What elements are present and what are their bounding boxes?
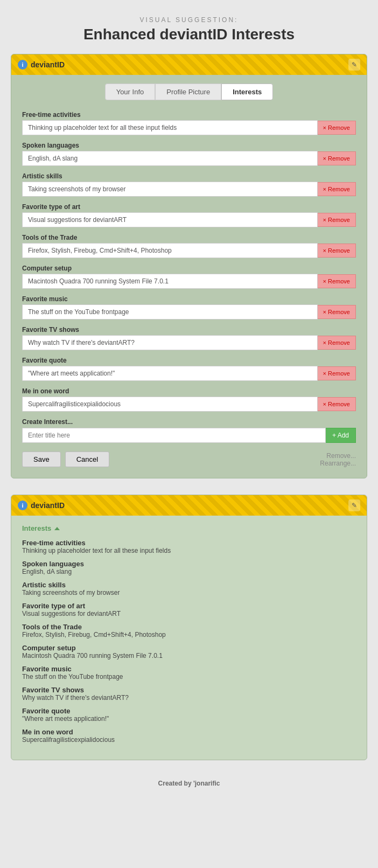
interest-field: Artistic skills × Remove — [22, 172, 356, 197]
interest-input[interactable] — [22, 335, 318, 350]
interest-label: Favorite TV shows — [22, 326, 356, 334]
preview-interest-item: Artistic skills Taking screenshots of my… — [22, 581, 356, 596]
preview-interest-item: Favorite music The stuff on the YouTube … — [22, 665, 356, 680]
remove-link[interactable]: Remove... — [320, 452, 356, 460]
interest-label: Spoken languages — [22, 142, 356, 149]
create-interest-input[interactable] — [22, 428, 326, 443]
remove-button[interactable]: × Remove — [318, 121, 356, 135]
interest-label: Me in one word — [22, 387, 356, 395]
preview-interest-title: Me in one word — [22, 728, 356, 736]
cancel-button[interactable]: Cancel — [65, 452, 109, 467]
create-interest-field: Create Interest... + Add — [22, 418, 356, 443]
widget-title: deviantID — [31, 60, 65, 69]
interest-input-row: × Remove — [22, 366, 356, 381]
interest-label: Computer setup — [22, 265, 356, 272]
widget-footer: Save Cancel Remove... Rearrange... — [22, 452, 356, 467]
interest-field: Favorite TV shows × Remove — [22, 326, 356, 350]
remove-button[interactable]: × Remove — [318, 151, 356, 165]
interest-field: Computer setup × Remove — [22, 265, 356, 289]
interest-input[interactable] — [22, 366, 318, 381]
interest-field: Favorite quote × Remove — [22, 357, 356, 381]
widget-header-left: i deviantID — [18, 60, 65, 70]
interest-input[interactable] — [22, 212, 318, 227]
preview-interest-title: Free-time activities — [22, 539, 356, 547]
remove-button[interactable]: × Remove — [318, 305, 356, 319]
interest-input-row: × Remove — [22, 304, 356, 320]
interest-field: Favorite music × Remove — [22, 295, 356, 320]
preview-interest-item: Free-time activities Thinking up placeho… — [22, 539, 356, 554]
page-subtitle: VISUAL SUGGESTION: — [11, 16, 367, 24]
preview-interest-title: Computer setup — [22, 644, 356, 652]
preview-interests: Free-time activities Thinking up placeho… — [22, 539, 356, 744]
tab-your-info[interactable]: Your Info — [105, 84, 156, 100]
footer-text: Created by — [158, 780, 193, 787]
preview-edit-button[interactable]: ✎ — [348, 499, 360, 511]
preview-interest-item: Tools of the Trade Firefox, Stylish, Fir… — [22, 623, 356, 638]
interest-input-row: × Remove — [22, 151, 356, 166]
preview-interest-value: The stuff on the YouTube frontpage — [22, 673, 356, 680]
interest-input[interactable] — [22, 243, 318, 258]
tab-interests[interactable]: Interests — [221, 84, 273, 100]
preview-interest-value: Taking screenshots of my browser — [22, 589, 356, 596]
interest-input[interactable] — [22, 274, 318, 289]
preview-info-icon: i — [18, 501, 27, 510]
page-footer: Created by 'jonarific — [0, 771, 378, 796]
remove-button[interactable]: × Remove — [318, 182, 356, 196]
interest-input[interactable] — [22, 182, 318, 197]
interest-input-row: × Remove — [22, 243, 356, 258]
interest-label: Artistic skills — [22, 172, 356, 180]
interest-input-row: × Remove — [22, 182, 356, 197]
preview-interest-value: Thinking up placeholder text for all the… — [22, 547, 356, 554]
edit-button[interactable]: ✎ — [348, 59, 360, 71]
preview-interest-title: Favorite TV shows — [22, 686, 356, 694]
preview-interest-title: Spoken languages — [22, 560, 356, 568]
preview-interest-value: "Where art meets application!" — [22, 715, 356, 723]
rearrange-link[interactable]: Rearrange... — [320, 460, 356, 467]
page-title: Enhanced deviantID Interests — [11, 26, 367, 43]
remove-button[interactable]: × Remove — [318, 213, 356, 227]
interest-field: Spoken languages × Remove — [22, 142, 356, 166]
edit-widget: i deviantID ✎ Your Info Profile Picture … — [11, 54, 367, 478]
tab-profile-picture[interactable]: Profile Picture — [155, 84, 221, 100]
preview-interest-value: English, dA slang — [22, 568, 356, 575]
remove-button[interactable]: × Remove — [318, 336, 356, 350]
preview-interest-title: Tools of the Trade — [22, 623, 356, 631]
create-interest-row: + Add — [22, 428, 356, 443]
interest-input[interactable] — [22, 397, 318, 412]
preview-interest-item: Computer setup Macintosh Quadra 700 runn… — [22, 644, 356, 659]
caret-up-icon — [54, 527, 60, 530]
interest-field: Tools of the Trade × Remove — [22, 234, 356, 258]
save-button[interactable]: Save — [22, 452, 61, 467]
add-button[interactable]: + Add — [326, 428, 356, 443]
footer-links: Remove... Rearrange... — [320, 452, 356, 467]
tabs: Your Info Profile Picture Interests — [22, 84, 356, 100]
preview-interest-item: Me in one word Supercalifragilisticexpia… — [22, 728, 356, 744]
interest-input[interactable] — [22, 120, 318, 135]
preview-interest-title: Favorite quote — [22, 707, 356, 715]
interest-input-row: × Remove — [22, 397, 356, 412]
interest-fields: Free-time activities × Remove Spoken lan… — [22, 111, 356, 412]
preview-interest-item: Favorite TV shows Why watch TV if there'… — [22, 686, 356, 702]
interest-input[interactable] — [22, 304, 318, 320]
remove-button[interactable]: × Remove — [318, 397, 356, 411]
interest-field: Favorite type of art × Remove — [22, 203, 356, 227]
preview-interest-value: Macintosh Quadra 700 running System File… — [22, 652, 356, 659]
preview-widget-header: i deviantID ✎ — [11, 495, 367, 516]
interest-label: Free-time activities — [22, 111, 356, 119]
widget-content: Your Info Profile Picture Interests Free… — [11, 75, 367, 478]
interest-input-row: × Remove — [22, 120, 356, 135]
interest-label: Favorite type of art — [22, 203, 356, 211]
preview-interest-item: Favorite type of art Visual suggestions … — [22, 602, 356, 617]
remove-button[interactable]: × Remove — [318, 274, 356, 288]
remove-button[interactable]: × Remove — [318, 244, 356, 258]
interest-input-row: × Remove — [22, 335, 356, 350]
interest-input-row: × Remove — [22, 274, 356, 289]
preview-interest-value: Visual suggestions for deviantART — [22, 610, 356, 617]
interest-input-row: × Remove — [22, 212, 356, 227]
interest-input[interactable] — [22, 151, 318, 166]
create-interest-label: Create Interest... — [22, 418, 356, 426]
interest-field: Free-time activities × Remove — [22, 111, 356, 135]
footer-buttons: Save Cancel — [22, 452, 109, 467]
info-icon: i — [18, 60, 27, 70]
remove-button[interactable]: × Remove — [318, 366, 356, 380]
